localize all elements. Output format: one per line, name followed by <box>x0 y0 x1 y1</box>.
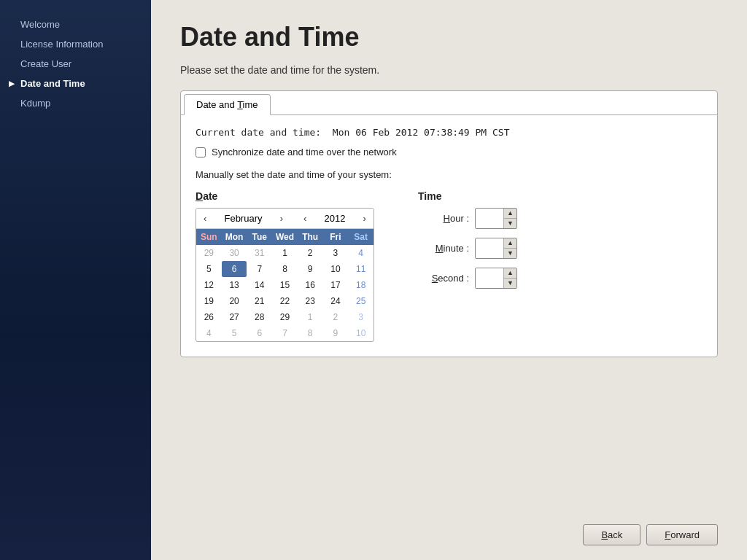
sync-label: Synchronize date and time over the netwo… <box>212 147 397 158</box>
calendar-day[interactable]: 2 <box>323 309 349 325</box>
calendar-nav: ‹ February › ‹ 2012 › <box>196 209 374 229</box>
calendar-day[interactable]: 4 <box>348 245 374 261</box>
calendar-day[interactable]: 1 <box>298 309 323 325</box>
back-button[interactable]: Back <box>583 524 640 545</box>
calendar-day[interactable]: 26 <box>196 309 222 325</box>
hour-up-button[interactable]: ▲ <box>504 209 516 218</box>
prev-month-button[interactable]: ‹ <box>201 211 209 225</box>
calendar-day[interactable]: 7 <box>272 325 298 341</box>
calendar-day[interactable]: 8 <box>298 325 323 341</box>
main-content: Date and Time Please set the date and ti… <box>151 0 747 560</box>
second-up-button[interactable]: ▲ <box>504 268 516 278</box>
calendar-day[interactable]: 5 <box>222 325 247 341</box>
calendar-day[interactable]: 8 <box>272 261 298 277</box>
tab-panel: Date and Time Current date and time: Mon… <box>180 90 718 357</box>
manual-label: Manually set the date and time of your s… <box>196 169 703 180</box>
calendar-day[interactable]: 3 <box>348 309 374 325</box>
calendar-body: 2930311234567891011121314151617181920212… <box>196 245 374 341</box>
calendar-day[interactable]: 14 <box>247 277 272 293</box>
calendar-day[interactable]: 15 <box>272 277 298 293</box>
weekday-sun: Sun <box>196 229 222 245</box>
current-datetime-label: Current date and time: <box>196 127 321 138</box>
page-title: Date and Time <box>180 22 718 52</box>
current-datetime-value: Mon 06 Feb 2012 07:38:49 PM CST <box>333 127 510 138</box>
second-input[interactable]: 54 <box>476 268 503 288</box>
calendar-day[interactable]: 21 <box>247 293 272 309</box>
calendar-day[interactable]: 22 <box>272 293 298 309</box>
second-spinbox: 54 ▲ ▼ <box>475 268 517 289</box>
minute-label: Minute : <box>418 243 469 254</box>
calendar-day[interactable]: 30 <box>222 245 247 261</box>
weekday-mon: Mon <box>222 229 247 245</box>
minute-down-button[interactable]: ▼ <box>504 248 516 258</box>
weekday-thu: Thu <box>298 229 323 245</box>
hour-label: Hour : <box>418 213 469 224</box>
sidebar-item-create-user[interactable]: Create User <box>0 54 151 74</box>
calendar-header: Sun Mon Tue Wed Thu Fri Sat <box>196 229 374 245</box>
weekday-tue: Tue <box>247 229 272 245</box>
calendar-day[interactable]: 27 <box>222 309 247 325</box>
calendar-day[interactable]: 29 <box>196 245 222 261</box>
minute-spin-buttons: ▲ ▼ <box>503 238 516 258</box>
hour-input[interactable]: 19 <box>476 209 503 228</box>
date-time-row: Date ‹ February › ‹ 2012 › Sun <box>196 190 703 342</box>
next-year-button[interactable]: › <box>360 211 369 225</box>
calendar-day[interactable]: 9 <box>323 325 349 341</box>
calendar-day[interactable]: 20 <box>222 293 247 309</box>
calendar-day[interactable]: 9 <box>298 261 323 277</box>
calendar-day[interactable]: 25 <box>348 293 374 309</box>
minute-row: Minute : 13 ▲ ▼ <box>418 238 517 259</box>
weekday-sat: Sat <box>348 229 374 245</box>
sidebar-item-license[interactable]: License Information <box>0 34 151 54</box>
calendar-day[interactable]: 6 <box>222 261 247 277</box>
calendar: ‹ February › ‹ 2012 › Sun Mon Tue Wed <box>196 208 374 342</box>
minute-input[interactable]: 13 <box>476 238 503 258</box>
calendar-day[interactable]: 11 <box>348 261 374 277</box>
sidebar-item-kdump[interactable]: Kdump <box>0 93 151 113</box>
sync-checkbox[interactable] <box>196 147 206 158</box>
calendar-day[interactable]: 18 <box>348 277 374 293</box>
hour-spinbox: 19 ▲ ▼ <box>475 208 517 229</box>
page-subtitle: Please set the date and time for the sys… <box>180 64 718 76</box>
sidebar-item-date-time[interactable]: Date and Time <box>0 74 151 93</box>
calendar-day[interactable]: 17 <box>323 277 349 293</box>
calendar-day[interactable]: 5 <box>196 261 222 277</box>
calendar-day[interactable]: 16 <box>298 277 323 293</box>
forward-button[interactable]: Forward <box>646 524 718 545</box>
calendar-day[interactable]: 10 <box>323 261 349 277</box>
tab-content: Current date and time: Mon 06 Feb 2012 0… <box>181 115 717 357</box>
calendar-day[interactable]: 10 <box>348 325 374 341</box>
calendar-day[interactable]: 3 <box>323 245 349 261</box>
tab-date-time[interactable]: Date and Time <box>184 94 271 115</box>
calendar-day[interactable]: 7 <box>247 261 272 277</box>
calendar-day[interactable]: 24 <box>323 293 349 309</box>
calendar-day[interactable]: 6 <box>247 325 272 341</box>
second-down-button[interactable]: ▼ <box>504 278 516 288</box>
calendar-day[interactable]: 23 <box>298 293 323 309</box>
sidebar-item-welcome[interactable]: Welcome <box>0 15 151 34</box>
date-section-title: Date <box>196 190 374 202</box>
calendar-day[interactable]: 19 <box>196 293 222 309</box>
current-datetime: Current date and time: Mon 06 Feb 2012 0… <box>196 127 703 138</box>
minute-up-button[interactable]: ▲ <box>504 238 516 248</box>
sync-row: Synchronize date and time over the netwo… <box>196 147 703 158</box>
calendar-day[interactable]: 4 <box>196 325 222 341</box>
calendar-day[interactable]: 29 <box>272 309 298 325</box>
minute-spinbox: 13 ▲ ▼ <box>475 238 517 259</box>
prev-year-button[interactable]: ‹ <box>301 211 309 225</box>
second-row: Second : 54 ▲ ▼ <box>418 268 517 289</box>
calendar-year: 2012 <box>325 213 346 224</box>
calendar-day[interactable]: 12 <box>196 277 222 293</box>
calendar-day[interactable]: 28 <box>247 309 272 325</box>
calendar-month: February <box>224 213 262 224</box>
second-label: Second : <box>418 273 469 284</box>
time-section-title: Time <box>418 190 517 202</box>
hour-down-button[interactable]: ▼ <box>504 218 516 228</box>
calendar-day[interactable]: 31 <box>247 245 272 261</box>
calendar-day[interactable]: 2 <box>298 245 323 261</box>
next-month-button[interactable]: › <box>277 211 286 225</box>
weekday-wed: Wed <box>272 229 298 245</box>
calendar-day[interactable]: 13 <box>222 277 247 293</box>
calendar-day[interactable]: 1 <box>272 245 298 261</box>
date-section: Date ‹ February › ‹ 2012 › Sun <box>196 190 374 342</box>
